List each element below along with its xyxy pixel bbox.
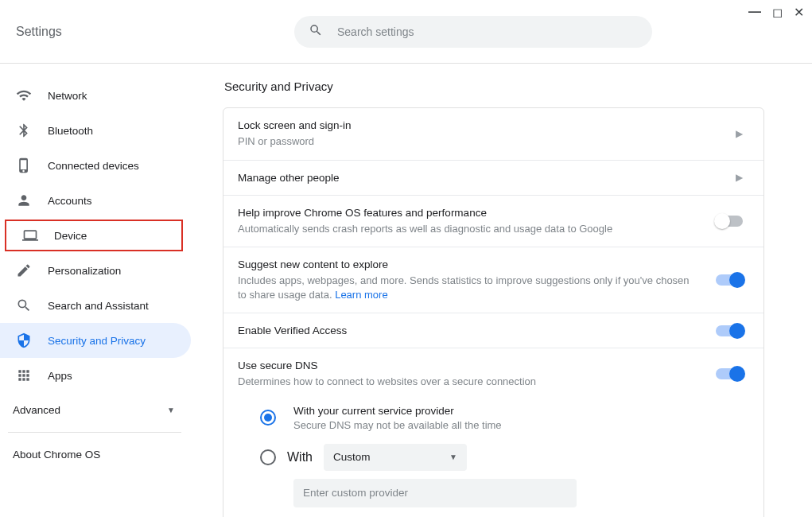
settings-card: Lock screen and sign-in PIN or password … bbox=[223, 107, 764, 517]
row-lock-screen[interactable]: Lock screen and sign-in PIN or password … bbox=[223, 108, 763, 160]
apps-icon bbox=[16, 367, 32, 383]
window-close-button[interactable]: ✕ bbox=[794, 5, 804, 20]
sidebar: Network Bluetooth Connected devices Acco… bbox=[0, 64, 191, 517]
radio-custom[interactable] bbox=[260, 449, 276, 465]
chevron-right-icon: ▶ bbox=[736, 172, 743, 183]
wifi-icon bbox=[16, 87, 32, 103]
shield-icon bbox=[16, 332, 32, 348]
row-title: Use secure DNS bbox=[238, 360, 700, 371]
search-icon bbox=[16, 297, 32, 313]
radio-current-provider[interactable] bbox=[260, 410, 276, 426]
sidebar-item-search-assistant[interactable]: Search and Assistant bbox=[0, 288, 191, 323]
header: Settings bbox=[0, 0, 812, 64]
bluetooth-icon bbox=[16, 122, 32, 138]
row-suggest-content: Suggest new content to explore Includes … bbox=[223, 247, 763, 313]
row-help-improve: Help improve Chrome OS features and perf… bbox=[223, 195, 763, 247]
sidebar-item-label: Security and Privacy bbox=[48, 335, 146, 347]
row-subtitle: Automatically sends crash reports as wel… bbox=[238, 222, 700, 236]
sidebar-item-network[interactable]: Network bbox=[0, 78, 191, 113]
content: Security and Privacy Lock screen and sig… bbox=[191, 64, 812, 517]
sidebar-item-label: Bluetooth bbox=[48, 125, 93, 137]
chevron-right-icon: ▶ bbox=[736, 128, 743, 139]
advanced-label: Advanced bbox=[13, 404, 60, 416]
row-verified-access: Enable Verified Access bbox=[223, 313, 763, 348]
sidebar-item-accounts[interactable]: Accounts bbox=[0, 183, 191, 218]
row-title: Manage other people bbox=[238, 172, 720, 184]
sidebar-advanced[interactable]: Advanced ▼ bbox=[0, 393, 191, 427]
dns-provider-select[interactable]: Custom ▼ bbox=[324, 444, 467, 471]
app-title: Settings bbox=[16, 25, 294, 39]
search-icon bbox=[309, 23, 323, 41]
toggle-verified-access[interactable] bbox=[716, 325, 743, 336]
sidebar-item-bluetooth[interactable]: Bluetooth bbox=[0, 113, 191, 148]
learn-more-link[interactable]: Learn more bbox=[335, 289, 387, 301]
row-title: Enable Verified Access bbox=[238, 325, 700, 336]
laptop-icon bbox=[22, 227, 38, 243]
phone-icon bbox=[16, 157, 32, 173]
row-subtitle: Includes apps, webpages, and more. Sends… bbox=[238, 274, 700, 301]
person-icon bbox=[16, 192, 32, 208]
row-subtitle: Determines how to connect to websites ov… bbox=[238, 375, 700, 389]
row-manage-people[interactable]: Manage other people ▶ bbox=[223, 160, 763, 195]
sidebar-item-connected-devices[interactable]: Connected devices bbox=[0, 148, 191, 183]
row-title: Help improve Chrome OS features and perf… bbox=[238, 207, 700, 219]
toggle-secure-dns[interactable] bbox=[716, 368, 743, 379]
sidebar-item-label: Personalization bbox=[48, 265, 121, 277]
sidebar-item-label: Accounts bbox=[48, 195, 92, 207]
dns-option-current-provider[interactable]: With your current service provider Secur… bbox=[260, 405, 743, 431]
row-title: Lock screen and sign-in bbox=[238, 119, 720, 131]
row-secure-dns: Use secure DNS Determines how to connect… bbox=[223, 348, 763, 400]
sidebar-divider bbox=[8, 432, 181, 433]
sidebar-about[interactable]: About Chrome OS bbox=[0, 437, 191, 472]
chevron-down-icon: ▼ bbox=[167, 406, 175, 414]
sidebar-item-label: Connected devices bbox=[48, 160, 139, 172]
sidebar-item-label: Apps bbox=[48, 370, 72, 382]
dns-options: With your current service provider Secur… bbox=[223, 400, 763, 517]
sidebar-item-apps[interactable]: Apps bbox=[0, 358, 191, 393]
window-minimize-button[interactable]: — bbox=[748, 5, 761, 20]
toggle-suggest-content[interactable] bbox=[716, 274, 743, 286]
dns-custom-input[interactable] bbox=[293, 479, 577, 507]
option-title: With your current service provider bbox=[293, 405, 502, 417]
pencil-icon bbox=[16, 262, 32, 278]
sidebar-item-device[interactable]: Device bbox=[6, 221, 181, 250]
window-controls: — ◻ ✕ bbox=[748, 5, 804, 20]
search-box[interactable] bbox=[294, 16, 652, 48]
window-maximize-button[interactable]: ◻ bbox=[772, 5, 783, 20]
dns-option-custom[interactable]: With Custom ▼ bbox=[260, 444, 743, 471]
toggle-help-improve[interactable] bbox=[716, 216, 743, 227]
sidebar-item-label: Device bbox=[54, 230, 87, 242]
search-input[interactable] bbox=[337, 25, 638, 38]
sidebar-item-personalization[interactable]: Personalization bbox=[0, 253, 191, 288]
row-title: Suggest new content to explore bbox=[238, 258, 700, 270]
section-title: Security and Privacy bbox=[223, 80, 764, 93]
option-with-label: With bbox=[287, 450, 313, 465]
option-subtitle: Secure DNS may not be available all the … bbox=[293, 419, 502, 431]
row-subtitle: PIN or password bbox=[238, 134, 720, 149]
chevron-down-icon: ▼ bbox=[449, 453, 457, 461]
sidebar-item-label: Search and Assistant bbox=[48, 300, 149, 312]
sidebar-item-security-privacy[interactable]: Security and Privacy bbox=[0, 323, 191, 358]
select-value: Custom bbox=[333, 451, 371, 463]
device-highlight-box: Device bbox=[5, 220, 183, 251]
sidebar-item-label: Network bbox=[48, 90, 87, 102]
